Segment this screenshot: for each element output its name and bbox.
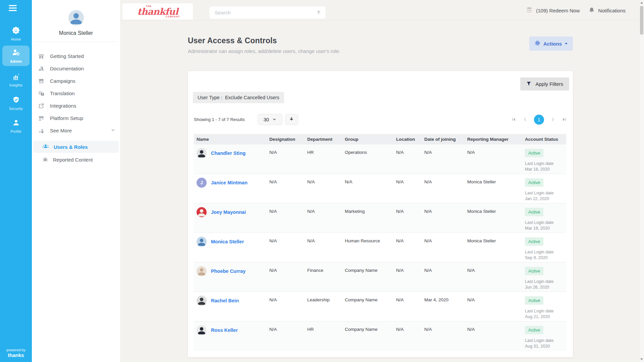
last-login-label: Last Login date: [525, 309, 564, 313]
column-header-date-of-joining: Date of joining: [422, 137, 465, 142]
last-login-label: Last Login date: [525, 161, 564, 166]
rail-item-admin[interactable]: Admin: [2, 46, 30, 66]
cell-location: N/A: [393, 174, 422, 203]
next-page-button[interactable]: [551, 117, 555, 122]
first-page-button[interactable]: [511, 117, 516, 122]
cell-account-status: Active Last Login date Jan 22, 2020: [522, 174, 566, 203]
cell-date-of-joining: Mar 4, 2020: [422, 292, 465, 321]
cell-date-of-joining: N/A: [422, 203, 465, 233]
user-name-link[interactable]: Monica Steller: [211, 239, 244, 244]
rail-sidebar: Home Admin Insights Security Profile: [0, 0, 32, 362]
rail-item-profile[interactable]: Profile: [2, 116, 30, 136]
user-name-link[interactable]: Janice Mintman: [211, 180, 248, 185]
last-login-date: Aug 21, 2020: [525, 314, 564, 319]
cell-group: N/A: [342, 174, 393, 203]
cell-department: Leadership: [305, 292, 342, 321]
status-badge: Active: [525, 149, 543, 157]
download-arrow-icon: [289, 116, 294, 123]
cell-location: N/A: [393, 203, 422, 233]
user-name-link[interactable]: Phoebe Curray: [211, 268, 246, 274]
cell-location: N/A: [393, 292, 422, 321]
external-link-icon: [38, 103, 45, 109]
actions-button[interactable]: Actions: [529, 37, 573, 51]
last-page-button[interactable]: [562, 117, 567, 122]
security-shield-icon: [12, 96, 20, 106]
table-header: Name Designation Department Group Locati…: [194, 134, 566, 144]
cell-date-of-joining: N/A: [422, 233, 465, 262]
last-login-label: Last Login date: [525, 250, 564, 254]
cell-date-of-joining: N/A: [422, 144, 465, 174]
cell-group: Company Name: [342, 321, 393, 351]
redeem-now-button[interactable]: (109) Redeem Now: [526, 7, 580, 14]
cell-designation: N/A: [267, 292, 305, 321]
cell-designation: N/A: [267, 203, 305, 233]
sidebar-item-reported-content[interactable]: Reported Content: [32, 154, 120, 166]
rail-item-security[interactable]: Security: [2, 93, 30, 113]
page-subtitle: Administrator can assign roles, add/dele…: [188, 48, 573, 54]
cell-department: N/A: [305, 203, 342, 233]
cell-location: N/A: [393, 144, 422, 174]
filter-icon: [316, 10, 321, 15]
caret-down-icon: [565, 43, 568, 45]
results-count: Showing 1 - 7 of 7 Results: [194, 117, 245, 122]
sidebar-item-translation[interactable]: AZ Translation: [32, 87, 120, 100]
last-login-date: Aug 31, 2020: [525, 344, 564, 349]
page-size-select[interactable]: 30: [258, 114, 282, 125]
row-avatar: [197, 237, 207, 247]
user-name-link[interactable]: Joey Mayonnai: [211, 209, 246, 215]
rail-item-insights[interactable]: Insights: [2, 70, 30, 90]
cell-account-status: Active Last Login date Mar 18, 2020: [522, 144, 566, 174]
sidebar-item-users-roles[interactable]: Users & Roles: [33, 141, 119, 153]
user-name-link[interactable]: Rachel Bein: [211, 298, 239, 303]
table-row: Chandler Sting N/A HR Operations N/A N/A…: [194, 144, 566, 174]
coins-icon: [526, 7, 533, 14]
column-header-department: Department: [305, 137, 342, 142]
cell-location: N/A: [393, 233, 422, 262]
cell-department: N/A: [305, 233, 342, 262]
svg-text:Z: Z: [42, 93, 43, 95]
apply-filters-button[interactable]: Apply Filters: [520, 77, 569, 90]
chevron-down-icon: [272, 117, 276, 122]
row-avatar: [197, 207, 207, 217]
search-input[interactable]: [209, 10, 316, 15]
cell-group: Human Resource: [342, 233, 393, 262]
pagination: 1: [511, 115, 567, 125]
scroll-down-arrow[interactable]: [640, 358, 643, 360]
user-name-link[interactable]: Chandler Sting: [211, 150, 246, 156]
user-name-link[interactable]: Ross Keller: [211, 327, 238, 333]
sidebar-item-integrations[interactable]: Integrations: [32, 100, 120, 112]
top-bar: THE thankful COMPANY (109) Redeem Now No…: [120, 0, 639, 21]
cell-group: Operations: [342, 144, 393, 174]
gear-icon: [535, 40, 540, 47]
scrollbar[interactable]: [639, 0, 644, 362]
previous-page-button[interactable]: [523, 117, 527, 122]
logo[interactable]: THE thankful COMPANY: [122, 3, 193, 19]
sidebar-menu: Monica Steller Getting Started Documenta…: [32, 0, 120, 362]
sidebar-item-getting-started[interactable]: Getting Started: [32, 50, 120, 62]
download-button[interactable]: [285, 114, 298, 125]
last-login-label: Last Login date: [525, 338, 564, 343]
sidebar-item-documentation[interactable]: Documentation: [32, 62, 120, 75]
sidebar-item-see-more[interactable]: See More: [32, 124, 120, 137]
search-box: [209, 6, 326, 19]
current-page[interactable]: 1: [534, 115, 544, 125]
notifications-button[interactable]: Notifications: [588, 7, 626, 14]
cell-designation: N/A: [267, 144, 305, 174]
rail-item-home[interactable]: Home: [2, 23, 30, 44]
column-header-name: Name: [194, 137, 267, 142]
cell-account-status: Active Last Login date Jun 26, 2020: [522, 262, 566, 292]
table-body: Chandler Sting N/A HR Operations N/A N/A…: [194, 144, 566, 351]
bug-icon: [42, 156, 49, 164]
sidebar-item-platform-setup[interactable]: Platform Setup: [32, 112, 120, 124]
cell-group: Company Name: [342, 292, 393, 321]
row-avatar: [197, 296, 207, 306]
sidebar-item-campaigns[interactable]: Campaigns: [32, 75, 120, 87]
user-avatar[interactable]: [68, 10, 84, 25]
scroll-up-arrow[interactable]: [640, 2, 643, 4]
powered-by: powered by thanks: [0, 348, 32, 358]
menu-icon[interactable]: [9, 5, 17, 12]
scrollbar-thumb[interactable]: [640, 6, 643, 35]
last-login-label: Last Login date: [525, 220, 564, 225]
cell-designation: N/A: [267, 262, 305, 292]
last-login-label: Last Login date: [525, 279, 564, 284]
